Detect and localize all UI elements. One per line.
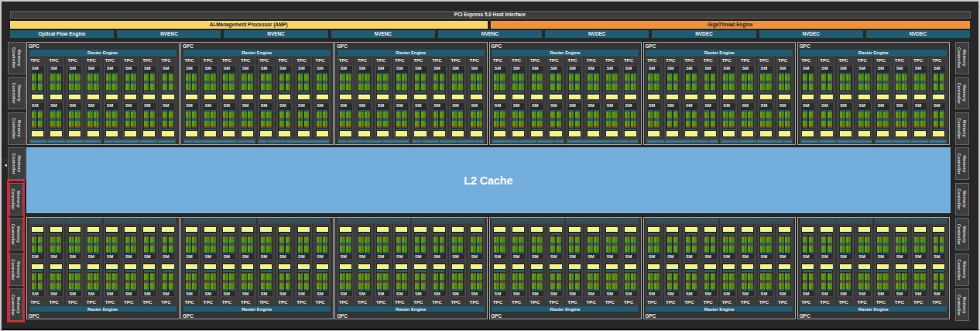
svg-text:Memory: Memory bbox=[962, 50, 967, 67]
svg-text:Memory: Memory bbox=[17, 84, 22, 102]
svg-text:NVDEC: NVDEC bbox=[695, 31, 713, 36]
svg-text:Controller: Controller bbox=[957, 224, 961, 246]
svg-text:Controller: Controller bbox=[12, 118, 16, 140]
svg-text:Memory: Memory bbox=[962, 261, 967, 279]
svg-text:Controller: Controller bbox=[11, 295, 15, 316]
svg-text:Memory: Memory bbox=[962, 84, 967, 102]
svg-text:NVENC: NVENC bbox=[160, 31, 178, 36]
svg-text:Memory: Memory bbox=[17, 50, 22, 67]
svg-text:Memory: Memory bbox=[962, 155, 967, 173]
svg-text:NVDEC: NVDEC bbox=[588, 31, 606, 36]
svg-text:NVENC: NVENC bbox=[481, 31, 499, 36]
svg-text:Controller: Controller bbox=[957, 82, 961, 104]
svg-text:Memory: Memory bbox=[962, 191, 967, 209]
svg-text:Controller: Controller bbox=[957, 153, 961, 175]
svg-text:Optical Flow Engine: Optical Flow Engine bbox=[39, 31, 87, 37]
svg-text:Controller: Controller bbox=[12, 47, 16, 69]
svg-text:Controller: Controller bbox=[11, 224, 15, 246]
svg-text:Controller: Controller bbox=[12, 82, 16, 104]
svg-text:NVDEC: NVDEC bbox=[802, 31, 820, 36]
svg-text:NVENC: NVENC bbox=[375, 31, 392, 36]
svg-text:Memory: Memory bbox=[16, 191, 21, 209]
svg-text:Controller: Controller bbox=[957, 188, 961, 210]
svg-text:NVDEC: NVDEC bbox=[910, 31, 927, 36]
svg-text:L2 Cache: L2 Cache bbox=[464, 174, 512, 187]
svg-text:GigaThread Engine: GigaThread Engine bbox=[708, 22, 753, 28]
svg-text:Memory: Memory bbox=[17, 120, 22, 138]
svg-text:Memory: Memory bbox=[962, 226, 967, 243]
svg-text:PCI Express 5.0 Host Interface: PCI Express 5.0 Host Interface bbox=[454, 12, 526, 18]
svg-text:Memory: Memory bbox=[962, 297, 967, 315]
svg-text:Controller: Controller bbox=[12, 153, 16, 175]
svg-text:Controller: Controller bbox=[957, 259, 961, 281]
svg-text:Memory: Memory bbox=[16, 297, 21, 315]
svg-text:Controller: Controller bbox=[11, 259, 15, 281]
svg-text:Memory: Memory bbox=[16, 226, 21, 243]
svg-text:Controller: Controller bbox=[957, 295, 961, 316]
svg-text:Controller: Controller bbox=[11, 188, 15, 210]
svg-text:Controller: Controller bbox=[957, 118, 961, 140]
svg-text:Controller: Controller bbox=[957, 47, 961, 69]
svg-text:Memory: Memory bbox=[16, 261, 21, 279]
svg-text:Memory: Memory bbox=[17, 155, 22, 173]
svg-text:AI-Management Processor (AMP): AI-Management Processor (AMP) bbox=[210, 22, 288, 28]
svg-text:NVENC: NVENC bbox=[267, 31, 285, 36]
svg-text:Memory: Memory bbox=[962, 120, 967, 138]
